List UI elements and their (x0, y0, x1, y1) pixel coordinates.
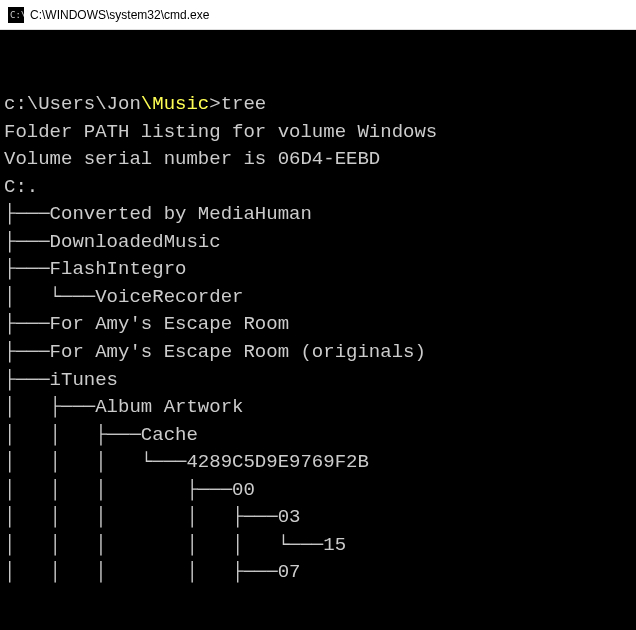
tree-line: ├───DownloadedMusic (4, 231, 221, 253)
blank-line (4, 66, 15, 88)
cmd-icon: C:\ (8, 7, 24, 23)
tree-root: C:. (4, 176, 38, 198)
window-title: C:\WINDOWS\system32\cmd.exe (30, 8, 209, 22)
svg-text:C:\: C:\ (10, 10, 24, 20)
tree-line: │ └───VoiceRecorder (4, 286, 243, 308)
tree-line: ├───Converted by MediaHuman (4, 203, 312, 225)
tree-line: │ │ │ ├───00 (4, 479, 255, 501)
terminal-output[interactable]: c:\Users\Jon\Music>tree Folder PATH list… (0, 30, 636, 630)
prompt-path: c:\Users\Jon (4, 93, 141, 115)
tree-line: │ │ │ │ ├───07 (4, 561, 300, 583)
command-text: tree (221, 93, 267, 115)
prompt-separator: > (209, 93, 220, 115)
tree-line: │ ├───Album Artwork (4, 396, 243, 418)
tree-line: ├───FlashIntegro (4, 258, 186, 280)
output-header: Folder PATH listing for volume Windows (4, 121, 437, 143)
tree-line: │ │ │ │ ├───03 (4, 506, 300, 528)
tree-line: │ │ │ │ │ └───15 (4, 534, 346, 556)
window-titlebar[interactable]: C:\ C:\WINDOWS\system32\cmd.exe (0, 0, 636, 30)
prompt-subpath: \Music (141, 93, 209, 115)
tree-line: │ │ │ └───4289C5D9E9769F2B (4, 451, 369, 473)
tree-line: ├───For Amy's Escape Room (originals) (4, 341, 426, 363)
output-serial: Volume serial number is 06D4-EEBD (4, 148, 380, 170)
cmd-window: C:\ C:\WINDOWS\system32\cmd.exe c:\Users… (0, 0, 636, 630)
tree-line: ├───iTunes (4, 369, 118, 391)
tree-line: ├───For Amy's Escape Room (4, 313, 289, 335)
tree-line: │ │ ├───Cache (4, 424, 198, 446)
